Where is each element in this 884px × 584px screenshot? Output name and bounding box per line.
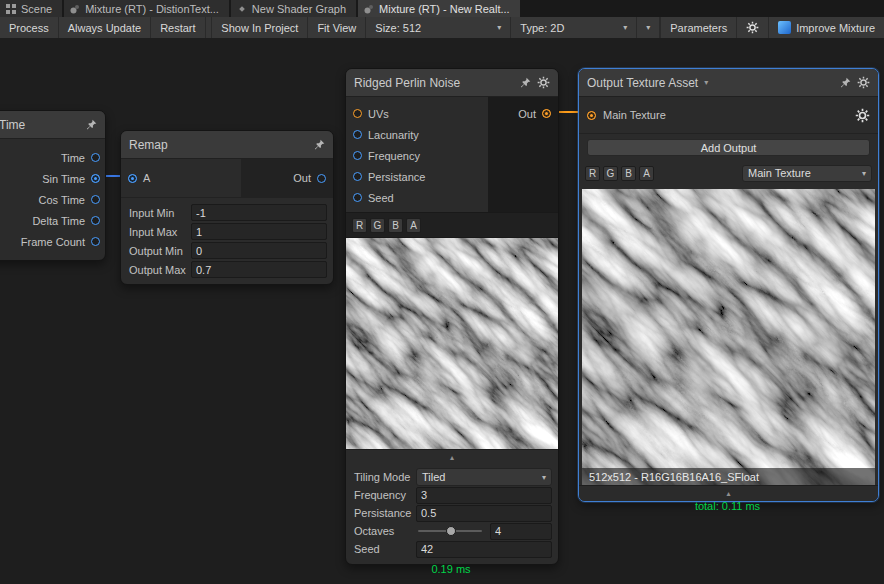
port-row: Frequency: [346, 145, 488, 166]
tab-label: Mixture (RT) - DistionText...: [85, 3, 219, 15]
chevron-down-icon: ▾: [497, 23, 501, 32]
noise-outputs: Out: [488, 97, 558, 212]
output-port-time[interactable]: [91, 153, 100, 162]
channel-g-button[interactable]: G: [603, 166, 618, 181]
node-title-bar[interactable]: Remap: [121, 131, 333, 159]
input-min-field[interactable]: [191, 204, 327, 221]
collapse-strip[interactable]: ▴: [579, 485, 878, 501]
input-port-frequency[interactable]: [353, 151, 362, 160]
seed-input[interactable]: [416, 541, 552, 558]
node-time[interactable]: Time Time Sin Time Cos Time Delta Time F…: [0, 110, 106, 261]
channel-r-button[interactable]: R: [352, 218, 367, 233]
settings-gear-button[interactable]: [737, 17, 769, 38]
input-port-main-texture[interactable]: [587, 111, 596, 120]
output-min-field[interactable]: [191, 242, 327, 259]
port-label: Frequency: [368, 150, 420, 162]
node-settings-gear-icon[interactable]: [855, 108, 870, 123]
channel-row: R G B A: [346, 212, 558, 238]
improve-mixture-button[interactable]: Improve Mixture: [769, 17, 884, 38]
parameters-button[interactable]: Parameters: [660, 17, 737, 38]
field-row: Seed: [346, 540, 558, 558]
toolbar-separator: [206, 17, 213, 38]
node-ridged-perlin-noise[interactable]: Ridged Perlin Noise UVs Lacunarity Frequ…: [345, 68, 559, 565]
input-port-persistance[interactable]: [353, 172, 362, 181]
input-port-a[interactable]: [128, 174, 137, 183]
port-row: Delta Time: [0, 210, 105, 231]
scene-grid-icon: [6, 4, 16, 14]
node-title: Output Texture Asset: [587, 76, 698, 90]
graph-canvas[interactable]: Time Time Sin Time Cos Time Delta Time F…: [0, 38, 884, 584]
field-row: Tiling Mode Tiled▾: [346, 468, 558, 486]
input-port-seed[interactable]: [353, 193, 362, 202]
main-texture-dropdown[interactable]: Main Texture▾: [742, 165, 872, 182]
pin-icon[interactable]: [520, 77, 531, 88]
shader-graph-icon: [237, 4, 247, 14]
node-title-bar[interactable]: Ridged Perlin Noise: [346, 69, 558, 97]
tiling-mode-dropdown[interactable]: Tiled▾: [416, 468, 552, 486]
node-title-bar[interactable]: Output Texture Asset ▾: [579, 69, 878, 97]
fit-view-button[interactable]: Fit View: [308, 17, 366, 38]
node-output-texture-asset[interactable]: Output Texture Asset ▾ Main Texture Add …: [578, 68, 879, 502]
gear-icon[interactable]: [857, 76, 870, 89]
show-in-project-button[interactable]: Show In Project: [212, 17, 308, 38]
gear-icon: [746, 21, 759, 34]
node-title-bar[interactable]: Time: [0, 111, 105, 139]
node-remap[interactable]: Remap A Out Input Min Input Max Output M…: [120, 130, 334, 285]
octaves-input[interactable]: [490, 523, 552, 540]
restart-button[interactable]: Restart: [151, 17, 205, 38]
output-preview-image[interactable]: 512x512 - R16G16B16A16_SFloat: [582, 189, 875, 485]
port-label: Time: [61, 152, 85, 164]
slider-handle[interactable]: [446, 526, 456, 536]
input-port-uvs[interactable]: [353, 109, 362, 118]
output-port-frame-count[interactable]: [91, 237, 100, 246]
channel-b-button[interactable]: A: [639, 166, 654, 181]
channel-g-button[interactable]: G: [370, 218, 385, 233]
output-port-out[interactable]: [542, 109, 551, 118]
output-port-sin-time[interactable]: [91, 174, 100, 183]
channel-a-button[interactable]: B: [621, 166, 636, 181]
channel-b-button[interactable]: B: [388, 218, 403, 233]
port-label: Seed: [368, 192, 394, 204]
noise-preview-image[interactable]: [346, 238, 558, 449]
output-port-cos-time[interactable]: [91, 195, 100, 204]
port-label: Persistance: [368, 171, 425, 183]
pin-icon[interactable]: [86, 119, 97, 130]
improve-mixture-icon: [778, 21, 791, 34]
channel-a-button[interactable]: A: [406, 218, 421, 233]
gear-icon[interactable]: [537, 76, 550, 89]
port-row: Time: [0, 147, 105, 168]
octaves-slider[interactable]: [416, 524, 484, 538]
mixture-icon: [70, 4, 80, 14]
add-output-button[interactable]: Add Output: [587, 139, 870, 156]
field-row: Input Max: [121, 222, 333, 241]
node-title: Remap: [129, 138, 168, 152]
title-chevron-icon[interactable]: ▾: [704, 78, 708, 87]
main-texture-port-row: Main Texture: [579, 97, 878, 134]
tab-new-shader-graph[interactable]: New Shader Graph: [231, 0, 356, 17]
output-port-out[interactable]: [317, 174, 326, 183]
input-port-lacunarity[interactable]: [353, 130, 362, 139]
tab-scene[interactable]: Scene: [0, 0, 62, 17]
persistance-input[interactable]: [416, 505, 552, 522]
output-port-delta-time[interactable]: [91, 216, 100, 225]
always-update-button[interactable]: Always Update: [59, 17, 151, 38]
extra-dropdown-button[interactable]: ▾: [637, 17, 660, 38]
channel-r-button[interactable]: R: [585, 166, 600, 181]
output-half: Out: [241, 159, 333, 197]
output-max-field[interactable]: [191, 261, 327, 278]
size-dropdown[interactable]: Size: 512▾: [366, 17, 511, 38]
type-dropdown[interactable]: Type: 2D▾: [511, 17, 637, 38]
collapse-strip[interactable]: ▴: [346, 449, 558, 464]
noise-settings: Tiling Mode Tiled▾ Frequency Persistance…: [346, 464, 558, 564]
pin-icon[interactable]: [840, 77, 851, 88]
field-label: Octaves: [354, 525, 416, 537]
field-row: Frequency: [346, 486, 558, 504]
tab-mixture-distiontext[interactable]: Mixture (RT) - DistionText...: [64, 0, 229, 17]
tab-mixture-new-realt[interactable]: Mixture (RT) - New Realt...: [358, 0, 520, 17]
input-max-field[interactable]: [191, 223, 327, 240]
process-button[interactable]: Process: [0, 17, 59, 38]
pin-icon[interactable]: [314, 139, 325, 150]
port-row: Persistance: [346, 166, 488, 187]
chevron-down-icon: ▾: [862, 169, 866, 178]
frequency-input[interactable]: [416, 487, 552, 504]
